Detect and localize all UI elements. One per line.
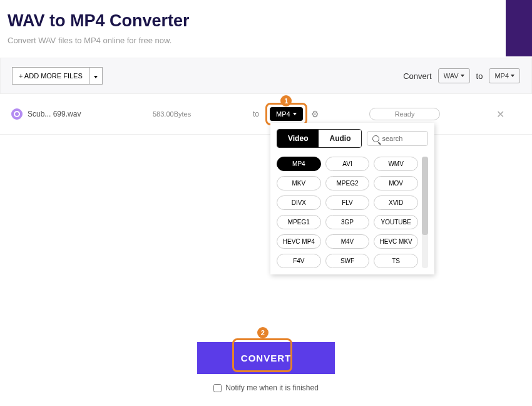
callout-badge-1: 1 (280, 95, 292, 107)
page-subtitle: Convert WAV files to MP4 online for free… (8, 36, 524, 45)
format-option-mpeg2[interactable]: MPEG2 (325, 176, 370, 190)
remove-file-button[interactable]: ✕ (496, 108, 504, 120)
format-option-hevc-mp4[interactable]: HEVC MP4 (277, 234, 321, 249)
notify-row: Notify me when it is finished (0, 383, 532, 392)
audio-file-icon (11, 108, 23, 120)
format-option-m4v[interactable]: M4V (325, 234, 370, 249)
tab-group: Video Audio (277, 129, 362, 148)
format-option-mkv[interactable]: MKV (277, 176, 321, 190)
file-to-label: to (253, 110, 265, 118)
file-name: Scub... 699.wav (28, 110, 153, 118)
tab-video[interactable]: Video (277, 130, 319, 147)
format-option-mp4[interactable]: MP4 (277, 157, 321, 171)
format-option-ts[interactable]: TS (374, 254, 418, 268)
format-option-3gp[interactable]: 3GP (325, 215, 370, 229)
toolbar: + ADD MORE FILES Convert WAV to MP4 (0, 58, 532, 94)
add-more-files-button[interactable]: + ADD MORE FILES (12, 67, 90, 85)
format-option-flv[interactable]: FLV (325, 195, 370, 210)
file-format-button[interactable]: MP4 (270, 107, 303, 121)
notify-checkbox[interactable] (213, 384, 222, 392)
page-header: WAV to MP4 Converter Convert WAV files t… (0, 0, 532, 53)
convert-formats-group: Convert WAV to MP4 (403, 68, 520, 83)
chevron-down-icon (511, 75, 514, 77)
formats-grid: MP4AVIWMVMKVMPEG2MOVDIVXFLVXVIDMPEG13GPY… (277, 157, 418, 268)
page-title: WAV to MP4 Converter (8, 11, 524, 31)
file-size: 583.00Bytes (153, 110, 253, 118)
formats-container: MP4AVIWMVMKVMPEG2MOVDIVXFLVXVIDMPEG13GPY… (277, 157, 428, 268)
format-option-mpeg1[interactable]: MPEG1 (277, 215, 321, 229)
convert-button-wrap: 2 CONVERT (197, 342, 335, 374)
brand-accent-bar (506, 0, 532, 56)
convert-label: Convert (403, 71, 432, 81)
add-files-dropdown-toggle[interactable] (90, 67, 103, 85)
format-option-mov[interactable]: MOV (374, 176, 418, 190)
format-option-youtube[interactable]: YOUTUBE (374, 215, 418, 229)
format-option-avi[interactable]: AVI (325, 157, 370, 171)
source-format-select[interactable]: WAV (438, 68, 470, 83)
format-search-input[interactable] (382, 135, 413, 142)
format-option-hevc-mkv[interactable]: HEVC MKV (374, 234, 418, 249)
notify-label: Notify me when it is finished (225, 383, 319, 392)
settings-gear-icon[interactable]: ⚙ (311, 109, 319, 119)
format-option-swf[interactable]: SWF (325, 254, 370, 268)
add-files-group: + ADD MORE FILES (12, 67, 103, 85)
search-icon (372, 135, 379, 142)
file-row: Scub... 699.wav 583.00Bytes to 1 MP4 ⚙ R… (0, 94, 532, 135)
chevron-down-icon (293, 113, 297, 115)
chevron-down-icon (461, 75, 464, 77)
convert-button[interactable]: CONVERT (197, 342, 335, 374)
callout-badge-2: 2 (257, 327, 269, 338)
dropdown-tabs-row: Video Audio (277, 129, 428, 148)
format-option-divx[interactable]: DIVX (277, 195, 321, 210)
chevron-down-icon (94, 76, 98, 78)
scrollbar[interactable] (422, 157, 428, 268)
format-option-xvid[interactable]: XVID (374, 195, 418, 210)
scrollbar-thumb[interactable] (422, 157, 428, 235)
status-badge: Ready (369, 108, 441, 120)
to-label: to (476, 71, 483, 81)
callout-highlight-1: 1 MP4 (265, 103, 307, 125)
format-option-f4v[interactable]: F4V (277, 254, 321, 268)
format-dropdown-panel: Video Audio MP4AVIWMVMKVMPEG2MOVDIVXFLVX… (270, 123, 434, 274)
format-search-box[interactable] (367, 131, 428, 146)
tab-audio[interactable]: Audio (319, 130, 361, 147)
target-format-select[interactable]: MP4 (489, 68, 520, 83)
format-option-wmv[interactable]: WMV (374, 157, 418, 171)
footer-area: 2 CONVERT Notify me when it is finished (0, 342, 532, 392)
